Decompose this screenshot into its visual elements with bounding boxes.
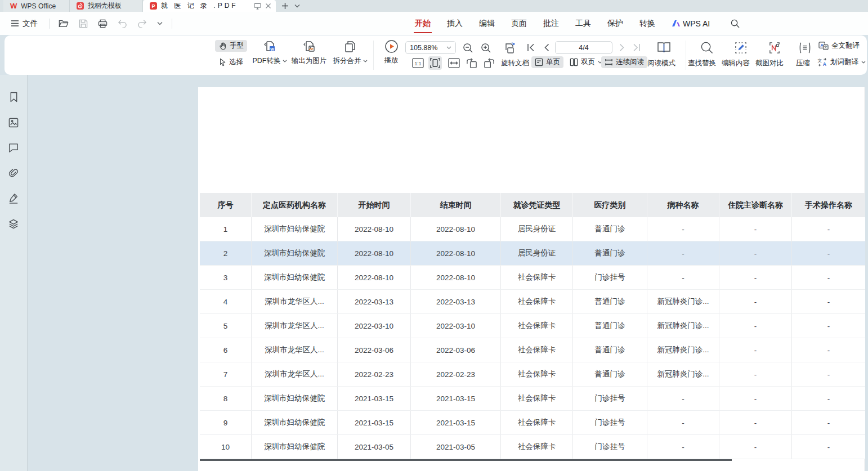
next-page-button[interactable] — [618, 42, 626, 53]
table-row[interactable]: 6深圳市龙华区人...2022-03-062022-03-06社会保障卡普通门诊… — [200, 338, 865, 362]
tab-edit[interactable]: 编辑 — [479, 12, 495, 35]
table-row[interactable]: 8深圳市妇幼保健院2021-03-152021-03-15社会保障卡门诊挂号--… — [200, 387, 865, 411]
table-cell: 2022-08-10 — [411, 241, 501, 265]
save-icon[interactable] — [78, 18, 89, 29]
table-row[interactable]: 3深圳市妇幼保健院2022-08-102022-08-10社会保障卡门诊挂号--… — [200, 266, 865, 290]
rotate-left-button[interactable] — [465, 57, 478, 70]
find-replace-label[interactable]: 查找替换 — [688, 59, 716, 68]
first-page-button[interactable] — [526, 42, 536, 53]
navigation-sidebar — [0, 75, 28, 471]
page-indicator-input[interactable]: 4/4 — [555, 41, 612, 54]
new-tab-icon[interactable] — [281, 2, 289, 10]
table-cell: 普通门诊 — [573, 362, 647, 386]
table-row[interactable]: 9深圳市妇幼保健院2021-03-152021-03-15社会保障卡门诊挂号--… — [200, 411, 865, 435]
fit-width-button[interactable] — [447, 57, 461, 69]
tab-docer-templates[interactable]: 找稻壳模板 — [70, 0, 143, 12]
word-translate-button[interactable]: 文A 划词翻译 — [815, 57, 868, 68]
play-button[interactable]: 播放 — [379, 39, 403, 65]
rotate-doc-label[interactable]: 旋转文档 — [501, 59, 529, 68]
close-icon[interactable] — [265, 3, 271, 9]
screenshot-compare-label[interactable]: 截图对比 — [755, 59, 784, 68]
double-page-button[interactable]: 双页 — [566, 56, 606, 68]
table-cell: 2022-03-13 — [338, 290, 411, 313]
file-menu-button[interactable]: 文件 — [8, 17, 41, 30]
tab-insert[interactable]: 插入 — [447, 12, 463, 35]
zoom-out-button[interactable] — [462, 42, 475, 55]
table-row[interactable]: 4深圳市龙华区人...2022-03-132022-03-13社会保障卡普通门诊… — [200, 290, 865, 314]
docer-logo-icon — [77, 2, 84, 10]
monitor-icon[interactable] — [254, 3, 261, 10]
table-cell: 社会保障卡 — [501, 290, 573, 313]
tab-comment[interactable]: 批注 — [543, 12, 559, 35]
layers-icon[interactable] — [7, 217, 20, 231]
table-cell: 2022-08-10 — [411, 266, 501, 289]
tab-wps-office[interactable]: W WPS Office — [3, 0, 70, 12]
tab-page[interactable]: 页面 — [511, 12, 527, 35]
split-merge-button[interactable]: 拆分合并 — [327, 39, 373, 66]
pdf-page[interactable]: 序号定点医药机构名称开始时间结束时间就诊凭证类型医疗类别病种名称住院主诊断名称手… — [198, 87, 865, 471]
compress-icon[interactable] — [797, 40, 813, 56]
table-cell: 社会保障卡 — [501, 387, 573, 410]
select-tool-button[interactable]: 选择 — [215, 56, 247, 68]
fit-page-button[interactable] — [428, 56, 442, 70]
tab-label: 就 医 记 录 .PDF — [161, 1, 238, 11]
compress-label[interactable]: 压缩 — [796, 59, 810, 68]
hand-tool-button[interactable]: 手型 — [215, 40, 247, 52]
tab-home[interactable]: 开始 — [415, 12, 431, 35]
tab-list-chevron-icon[interactable] — [294, 4, 300, 8]
edit-content-icon[interactable] — [733, 40, 749, 56]
table-row[interactable]: 1深圳市妇幼保健院2022-08-102022-08-10居民身份证普通门诊--… — [200, 217, 865, 241]
table-row[interactable]: 5深圳市龙华区人...2022-03-102022-03-10社会保障卡普通门诊… — [200, 314, 865, 338]
undo-icon[interactable] — [117, 18, 128, 29]
find-replace-icon[interactable] — [699, 40, 715, 56]
play-icon — [384, 39, 399, 53]
ribbon-search-icon[interactable] — [730, 18, 741, 29]
table-cell: - — [719, 387, 792, 410]
redo-icon[interactable] — [136, 18, 148, 29]
previous-page-button[interactable] — [543, 42, 551, 53]
print-icon[interactable] — [97, 18, 109, 29]
comment-icon[interactable] — [7, 141, 20, 154]
edit-content-label[interactable]: 编辑内容 — [722, 59, 750, 68]
table-cell: 2022-08-10 — [338, 241, 411, 265]
export-image-button[interactable]: 输出为图片 — [284, 39, 334, 66]
tab-tools[interactable]: 工具 — [575, 12, 591, 35]
screenshot-compare-icon[interactable] — [767, 40, 782, 56]
continuous-read-button[interactable]: 连续阅读 — [601, 56, 647, 68]
actual-size-button[interactable]: 1:1 — [411, 57, 425, 69]
single-page-button[interactable]: 单页 — [531, 56, 563, 68]
last-page-button[interactable] — [632, 42, 642, 53]
zoom-in-button[interactable] — [480, 42, 493, 55]
read-mode-icon[interactable] — [655, 39, 673, 56]
table-cell: 居民身份证 — [501, 241, 573, 265]
table-header-cell: 病种名称 — [647, 193, 719, 217]
rotate-right-button[interactable] — [482, 57, 496, 70]
quick-access-chevron-icon[interactable] — [156, 20, 164, 26]
attachment-icon[interactable] — [7, 166, 20, 180]
tab-protect[interactable]: 保护 — [607, 12, 623, 35]
table-cell: 2022-03-13 — [411, 290, 501, 313]
zoom-level-select[interactable]: 105.88% — [405, 41, 456, 54]
table-cell: 2022-02-23 — [338, 362, 411, 386]
table-row[interactable]: 2深圳市妇幼保健院2022-08-102022-08-10居民身份证普通门诊--… — [200, 241, 865, 266]
table-row[interactable]: 10深圳市妇幼保健院2021-03-052021-03-05社会保障卡门诊挂号-… — [200, 435, 865, 459]
fit-window-pages-icon[interactable] — [501, 41, 518, 56]
read-mode-label[interactable]: 阅读模式 — [647, 59, 675, 68]
hand-icon — [218, 42, 227, 51]
table-cell: 2022-03-10 — [338, 314, 411, 338]
thumbnail-icon[interactable] — [7, 116, 20, 129]
table-row[interactable]: 7深圳市龙华区人...2022-02-232022-02-23社会保障卡普通门诊… — [200, 362, 865, 387]
table-cell: - — [792, 362, 865, 386]
table-cell: 2 — [200, 241, 252, 265]
table-cell: - — [647, 241, 719, 265]
tab-convert[interactable]: 转换 — [639, 12, 655, 35]
bookmark-icon[interactable] — [7, 90, 20, 104]
table-cell: 2022-08-10 — [338, 266, 411, 289]
tab-document-pdf[interactable]: P 就 医 记 录 .PDF — [143, 0, 276, 12]
svg-text:文: 文 — [818, 58, 822, 63]
open-file-icon[interactable] — [57, 18, 70, 29]
table-cell: - — [647, 387, 719, 410]
tab-wps-ai[interactable]: WPS AI — [672, 12, 710, 35]
signature-icon[interactable] — [7, 191, 20, 205]
full-translate-button[interactable]: A文 全文翻译 — [816, 41, 862, 51]
